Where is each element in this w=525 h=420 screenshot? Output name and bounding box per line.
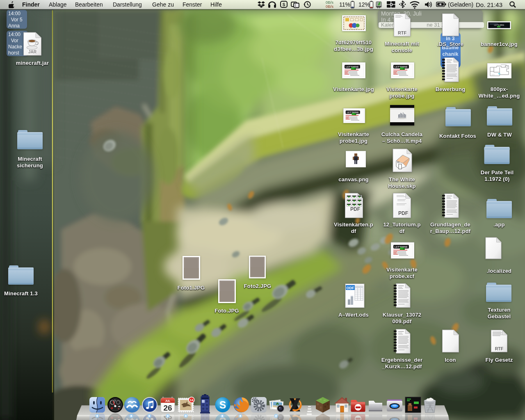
svg-text:0B/s: 0B/s <box>326 4 333 9</box>
svg-text:26: 26 <box>163 404 172 412</box>
svg-text:Do. 21:43: Do. 21:43 <box>476 1 502 8</box>
svg-text:12%: 12% <box>358 1 370 8</box>
svg-text:14: 14 <box>190 398 194 402</box>
svg-text:JUL: JUL <box>165 399 171 402</box>
svg-text:(Geladen): (Geladen) <box>448 1 473 8</box>
svg-text:S: S <box>219 399 226 411</box>
svg-text:S: S <box>283 2 285 7</box>
svg-text:11%: 11% <box>339 1 350 8</box>
